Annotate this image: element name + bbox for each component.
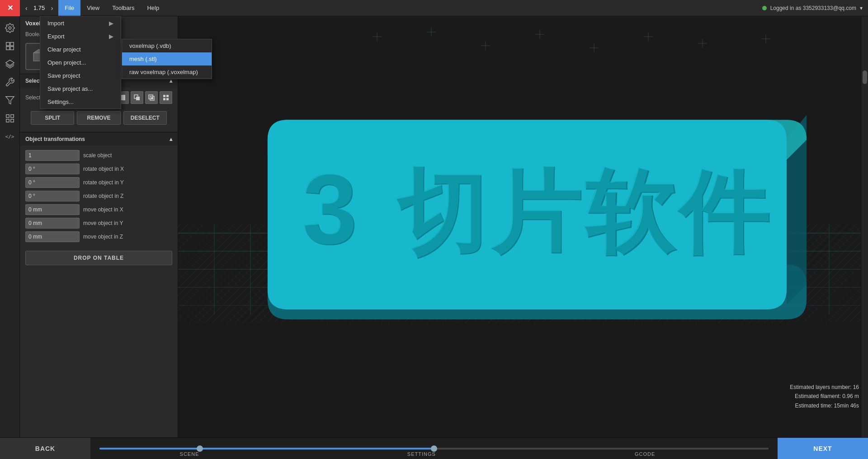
drop-btn-row: DROP ON TABLE — [20, 246, 178, 270]
progress-knob-scene[interactable] — [197, 445, 203, 452]
icon-layers[interactable] — [2, 56, 18, 72]
svg-rect-2 — [10, 42, 13, 46]
back-arrow[interactable]: ‹ — [24, 4, 29, 13]
rotate-x-label: rotate object in X — [83, 166, 172, 172]
user-label: Logged in as 3352933133@qq.com — [770, 5, 856, 11]
transform-rotate-x: rotate object in X — [20, 162, 178, 176]
split-btn[interactable]: SPLIT — [31, 111, 74, 125]
progress-knob-settings[interactable] — [431, 445, 437, 452]
move-y-label: move object in Y — [83, 220, 172, 226]
progress-fill — [99, 448, 434, 450]
user-area: Logged in as 3352933133@qq.com ▾ — [757, 5, 868, 11]
user-dropdown-icon[interactable]: ▾ — [860, 5, 863, 11]
icon-code[interactable]: </> — [2, 128, 18, 145]
icon-settings[interactable] — [2, 20, 18, 36]
viewport-scrollbar[interactable] — [861, 16, 868, 437]
transform-rotate-y: rotate object in Y — [20, 176, 178, 189]
move-z-label: move object in Z — [83, 234, 172, 240]
menu-file[interactable]: File — [58, 0, 80, 16]
icon-objects[interactable] — [2, 38, 18, 54]
menu-import[interactable]: Import ▶ — [40, 17, 121, 30]
rotate-z-label: rotate object in Z — [83, 193, 172, 199]
transform-section: Object transformations ▴ scale object ro… — [20, 132, 178, 270]
next-btn[interactable]: NEXT — [778, 438, 868, 459]
sel-mode-copy[interactable] — [145, 91, 158, 104]
submenu-arrow: ▶ — [109, 20, 113, 27]
remove-btn[interactable]: REMOVE — [77, 111, 120, 125]
scroll-handle[interactable] — [863, 70, 867, 84]
menu-open-project[interactable]: Open project... — [40, 56, 121, 69]
topbar: ✕ ‹ 1.75 › File View Toolbars Help Logge… — [0, 0, 868, 16]
export-submenu: voxelmap (.vdb) mesh (.stl) raw voxelmap… — [122, 39, 212, 79]
transform-header: Object transformations ▴ — [20, 132, 178, 146]
version-label: 1.75 — [31, 5, 47, 11]
est-filament: Estimated filament: 0.96 m — [790, 392, 859, 401]
menu-toolbars[interactable]: Toolbars — [106, 0, 141, 16]
svg-rect-22 — [151, 97, 153, 99]
icon-tools[interactable] — [2, 74, 18, 90]
move-z-input[interactable] — [25, 231, 80, 242]
transform-move-z: move object in Z — [20, 230, 178, 244]
rotate-z-input[interactable] — [25, 191, 80, 201]
export-stl[interactable]: mesh (.stl) — [122, 52, 212, 66]
est-time: Estimated time: 15min 46s — [790, 401, 859, 410]
move-x-input[interactable] — [25, 204, 80, 215]
logo: ✕ — [0, 0, 20, 16]
svg-rect-26 — [166, 98, 169, 100]
menu-clear-project[interactable]: Clear project — [40, 43, 121, 56]
svg-rect-8 — [10, 115, 13, 117]
nav-arrows: ‹ 1.75 › — [20, 4, 58, 13]
transform-move-y: move object in Y — [20, 216, 178, 230]
drop-table-btn[interactable]: DROP ON TABLE — [25, 251, 172, 265]
menu-bar: File View Toolbars Help — [58, 0, 165, 16]
move-y-input[interactable] — [25, 218, 80, 229]
submenu-arrow: ▶ — [109, 33, 113, 40]
status-dot — [762, 6, 767, 10]
rotate-y-input[interactable] — [25, 177, 80, 188]
progress-track — [99, 448, 769, 450]
transform-collapse[interactable]: ▴ — [170, 136, 172, 142]
sel-mode-all[interactable] — [160, 91, 172, 104]
transform-move-x: move object in X — [20, 203, 178, 216]
svg-rect-9 — [10, 119, 13, 122]
menu-settings[interactable]: Settings... — [40, 95, 121, 108]
svg-rect-47 — [178, 224, 868, 323]
rotate-x-input[interactable] — [25, 164, 80, 174]
progress-bar-area: SCENE SETTINGS GCODE — [90, 448, 778, 450]
scale-input[interactable] — [25, 150, 80, 161]
menu-save-project[interactable]: Save project — [40, 69, 121, 82]
label-gcode: GCODE — [635, 451, 655, 457]
rotate-y-label: rotate object in Y — [83, 179, 172, 186]
export-voxelmap[interactable]: raw voxelmap (.voxelmap) — [122, 66, 212, 79]
svg-rect-10 — [6, 119, 9, 122]
icon-filter[interactable] — [2, 92, 18, 108]
svg-rect-3 — [6, 47, 9, 50]
icon-grid[interactable] — [2, 110, 18, 126]
file-dropdown: Import ▶ Export ▶ voxelmap (.vdb) mesh (… — [40, 16, 121, 109]
menu-help[interactable]: Help — [141, 0, 165, 16]
viewport[interactable]: 3 切片软件 3 切片软件 Estimated layers number: 1… — [178, 16, 868, 437]
action-btns: SPLIT REMOVE DESELECT — [25, 108, 172, 128]
menu-export[interactable]: Export ▶ voxelmap (.vdb) mesh (.stl) raw… — [40, 30, 121, 43]
main-layout: </> Voxelmap tra... Boolean operatio... … — [0, 16, 868, 437]
transform-label: Object transformations — [25, 136, 85, 142]
forward-arrow[interactable]: › — [49, 4, 55, 13]
sel-mode-multi[interactable] — [131, 91, 143, 104]
svg-rect-25 — [163, 98, 165, 100]
scale-label: scale object — [83, 152, 172, 159]
estimated-info: Estimated layers number: 16 Estimated fi… — [790, 383, 859, 410]
est-layers: Estimated layers number: 16 — [790, 383, 859, 392]
menu-view[interactable]: View — [80, 0, 106, 16]
svg-rect-24 — [166, 95, 169, 97]
back-btn[interactable]: BACK — [0, 438, 90, 459]
svg-rect-19 — [136, 97, 140, 100]
svg-rect-7 — [6, 115, 9, 117]
svg-rect-1 — [6, 42, 9, 46]
transform-scale: scale object — [20, 149, 178, 162]
label-settings: SETTINGS — [407, 451, 436, 457]
export-vdb[interactable]: voxelmap (.vdb) — [122, 39, 212, 52]
icon-bar: </> — [0, 16, 20, 437]
deselect-btn[interactable]: DESELECT — [123, 111, 167, 125]
menu-save-project-as[interactable]: Save project as... — [40, 82, 121, 95]
transform-rows: scale object rotate object in X rotate o… — [20, 146, 178, 246]
